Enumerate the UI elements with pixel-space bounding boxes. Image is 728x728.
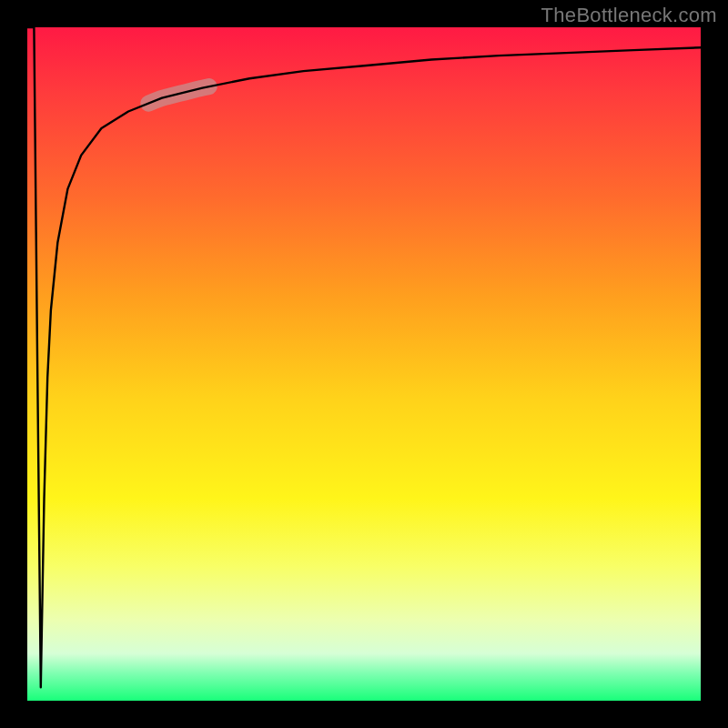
chart-container: TheBottleneck.com: [0, 0, 728, 728]
plot-area: [27, 27, 701, 701]
watermark-text: TheBottleneck.com: [541, 4, 717, 27]
